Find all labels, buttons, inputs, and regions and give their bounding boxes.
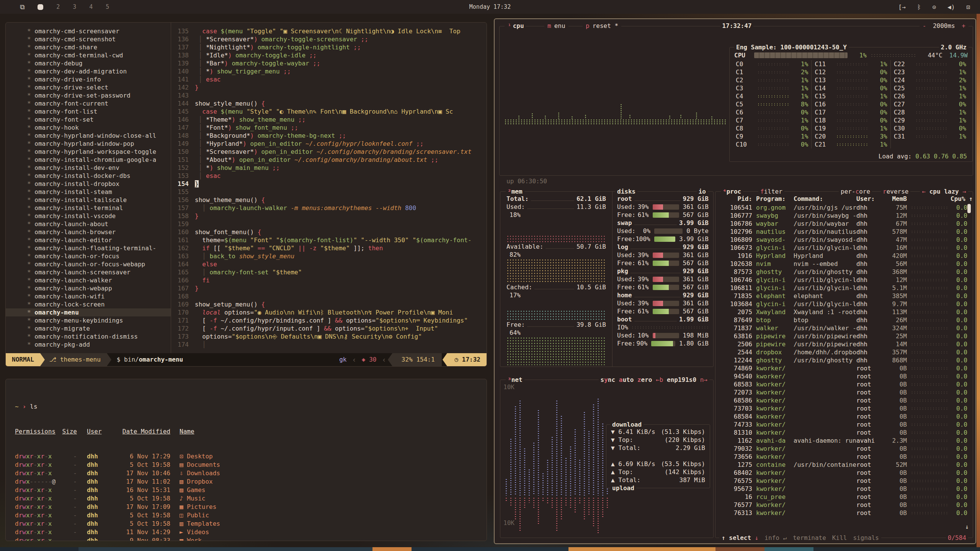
code-line[interactable]: 141 │ esac [171,75,487,83]
process-row[interactable]: 71837walker/usr/bin/walker --gappldhh324… [719,324,967,332]
process-row[interactable]: 72073kworker/root0B0.0 [719,388,967,396]
logout-icon[interactable]: [→ [898,3,906,11]
code-line[interactable]: 174 │ [171,341,487,349]
process-row[interactable]: 63816pipewire/usr/bin/pipewiredhh25M0.0 [719,332,967,340]
file-item[interactable]: * omarchy-migrate [27,324,171,333]
process-row[interactable]: 73656kworker/root0B0.0 [719,453,967,461]
file-item[interactable]: * omarchy-notification-dismiss [27,333,171,341]
bluetooth-icon[interactable]: ᛒ [917,3,921,11]
process-row[interactable]: 76313kworker/root0B0.0 [719,509,967,517]
file-item[interactable]: * omarchy-hyprland-window-pop [27,140,171,148]
file-item[interactable]: * omarchy-launch-browser [27,228,171,236]
code-line[interactable]: 143 [171,91,487,99]
code-line[interactable]: 162 if [[ "$theme" == "CNCLD" || -z "$th… [171,244,487,252]
process-row[interactable]: 71835elephantelephantdhh385M0.0 [719,292,967,300]
proc-title[interactable]: ⁴proc [721,187,743,196]
code-line[interactable]: 155 [171,188,487,196]
code-line[interactable]: 163 │ back_to show_style_menu [171,252,487,260]
file-item[interactable]: * omarchy-cmd-terminal-cwd [27,51,171,59]
code-line[interactable]: 157 │ omarchy-launch-walker -m menus:oma… [171,204,487,212]
workspace-3[interactable]: 3 [73,3,76,10]
file-item[interactable]: * omarchy-drive-info [27,75,171,83]
interval-control[interactable]: - 2000ms + [920,22,969,30]
file-item[interactable]: * omarchy-install-tailscale [27,196,171,204]
layout-icon[interactable]: ⧉ [20,3,24,11]
select-control[interactable]: ↑ select ↓ [722,534,758,542]
file-item[interactable]: * omarchy-cmd-share [27,43,171,51]
code-line[interactable]: 139 │ *Bar*) omarchy-toggle-waybar ;; [171,59,487,67]
file-item[interactable]: * omarchy-launch-about [27,220,171,228]
btop-cpu-tab[interactable]: ¹cpu [505,22,526,30]
code-line[interactable]: 171 [ -f ~/.config/hypr/bindings.conf ] … [171,316,487,324]
code-line[interactable]: 161 theme=$(menu "Font" "$(omarchy-font-… [171,236,487,244]
file-item[interactable]: * omarchy-launch-screensaver [27,268,171,276]
code-line[interactable]: 145 case $(menu "Style" "◐ Theme\n✎ Font… [171,108,487,116]
net-title[interactable]: ³net [506,376,524,384]
code-line[interactable]: 169show_setup_menu() { [171,300,487,308]
file-item[interactable]: * omarchy-install-steam [27,188,171,196]
code-line[interactable]: 140 │ *) show_trigger_menu ;; [171,67,487,75]
file-item[interactable]: * omarchy-menu [6,308,171,316]
code-line[interactable]: 148 │ *Background*) omarchy-theme-bg-nex… [171,132,487,140]
kill-control[interactable]: Kill [832,534,847,542]
process-row[interactable]: 87649btopbtopdhh26M0.0 [719,316,967,324]
process-row[interactable]: 106673glycin-i/usr/lib/glycin-loadersdhh… [719,244,967,252]
process-row[interactable]: 102638nvimnvim --embeddhh56M0.0 [719,260,967,268]
file-item[interactable]: * omarchy-drive-select [27,83,171,91]
code-line[interactable]: 164 else [171,260,487,268]
file-item[interactable]: * omarchy-install-docker-dbs [27,172,171,180]
workspace-4[interactable]: 4 [89,3,93,10]
signals-control[interactable]: signals [853,534,879,542]
scroll-down-indicator[interactable]: ↓ [965,523,969,531]
process-row[interactable]: 95673kworker/root0B0.0 [719,485,967,493]
process-row[interactable]: 12244ghostty/usr/bin/ghostty --gtk-dhh86… [719,356,967,364]
info-control[interactable]: info ↵ [764,534,787,542]
process-row[interactable]: 76577kworker/root0B0.0 [719,501,967,509]
code-line[interactable]: 166 fi [171,276,487,284]
btop-menu-button[interactable]: menu [544,22,568,30]
code-line[interactable]: 153 │ esac [171,172,487,180]
code-line[interactable]: 135 case $(menu "Toggle" "▣ Screensaver\… [171,27,487,35]
proc-percore-toggle[interactable]: per-core [839,187,872,196]
code-line[interactable]: 151 │ *About*) open_in_editor ~/.config/… [171,156,487,164]
code-line[interactable]: 147 │ *Font*) show_font_menu ;; [171,124,487,132]
file-item[interactable]: * omarchy-debug [27,59,171,67]
workspace-5[interactable]: 5 [106,3,109,10]
file-item[interactable]: * omarchy-launch-floating-terminal- [27,244,171,252]
file-item[interactable]: * omarchy-drive-set-password [27,91,171,99]
process-row[interactable]: 106541org.gnom/usr/bin/gjs /usr/lib/odhh… [719,204,967,212]
file-item[interactable]: * omarchy-hook [27,124,171,132]
process-row[interactable]: 106809swayosd-/usr/bin/swayosd-serverdhh… [719,236,967,244]
code-line[interactable]: 159 [171,220,487,228]
process-row[interactable]: 79032kworker/root0B0.0 [719,445,967,453]
code-line[interactable]: 146 │ *Theme*) show_theme_menu ;; [171,116,487,124]
process-row[interactable]: 68402kworker/root0B0.0 [719,469,967,477]
btop-preset-button[interactable]: preset * [583,22,621,30]
workspace-2[interactable]: 2 [56,3,60,10]
code-line[interactable]: 154} [171,180,487,188]
code-line[interactable]: 156show_theme_menu() { [171,196,487,204]
code-line[interactable]: 173 options="$options\n⎆ Defaults\n▣ DNS… [171,333,487,341]
file-item[interactable]: * omarchy-install-terminal [27,204,171,212]
process-row[interactable]: 103684glycin-i/usr/lib/glycin-loadersdhh… [719,300,967,308]
code-line[interactable]: 167} [171,284,487,292]
workspace-1-active[interactable] [38,4,43,10]
process-row[interactable]: 87573ghostty/usr/bin/ghostty --gtk-dhh36… [719,268,967,276]
file-item[interactable]: * omarchy-pkg-add [27,341,171,349]
code-line[interactable]: 165 │ omarchy-font-set "$theme" [171,268,487,276]
file-item[interactable]: * omarchy-install-dropbox [27,180,171,188]
process-row[interactable]: 74869kworker/root0B0.0 [719,364,967,372]
process-row[interactable]: 2506pipewire/usr/bin/pipewire-pulsedhh14… [719,340,967,348]
process-row[interactable]: 16rcu_preeroot0B0.0 [719,493,967,501]
process-row[interactable]: 94540kworker/root0B0.0 [719,372,967,380]
file-item[interactable]: * omarchy-launch-walker [27,276,171,284]
code-line[interactable]: 144show_style_menu() { [171,99,487,108]
file-item[interactable]: * omarchy-install-dev-env [27,164,171,172]
process-row[interactable]: 2544dropbox/home/dhh/.dropbox-distdhh357… [719,348,967,356]
process-row[interactable]: 106777swaybg/usr/bin/swaybg -i /homdhh12… [719,212,967,220]
code-line[interactable]: 160show_font_menu() { [171,228,487,236]
file-item[interactable]: * omarchy-hyprland-window-close-all [27,132,171,140]
file-item[interactable]: * omarchy-install-vscode [27,212,171,220]
code-line[interactable]: 158} [171,212,487,220]
process-row[interactable]: 1162avahi-daavahi-daemon: running [avahi… [719,437,967,445]
